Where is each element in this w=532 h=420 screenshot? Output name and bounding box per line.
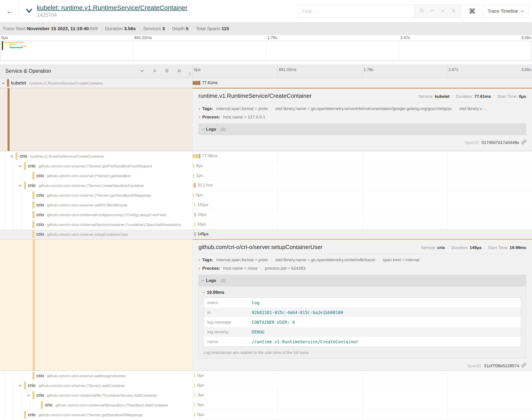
link-icon[interactable] (521, 139, 526, 146)
span-row[interactable]: criogithub.com/cri-o/cri-o/server.addIma… (0, 371, 532, 380)
duration-bar[interactable] (193, 164, 194, 168)
trace-start-label: Trace Start (3, 26, 26, 31)
indent-guide (4, 200, 5, 210)
span-timeline-cell[interactable]: 24μs (193, 210, 532, 220)
span-name-cell[interactable]: crioruntime.v1.RuntimeService/CreateCont… (0, 151, 193, 161)
span-row[interactable]: criogithub.com/cri-o/cri-o/internal/lib.… (0, 390, 532, 400)
expand-all-icon[interactable] (176, 68, 182, 75)
span-timeline-cell[interactable]: 1μs (193, 171, 532, 180)
prev-result-icon[interactable] (429, 8, 435, 15)
duration-bar[interactable] (194, 413, 195, 417)
collapse-all-icon[interactable] (164, 68, 170, 75)
span-name-cell[interactable]: criogithub.com/cri-o/cri-o/server.(*Serv… (0, 180, 193, 190)
kv-pair: otel.library.name = go.opentelemetry.io/… (271, 257, 379, 262)
span-timeline-cell[interactable]: 3μs (193, 390, 532, 400)
log-field-key: id (204, 308, 248, 317)
duration-label: 24μs (198, 212, 206, 217)
view-selector-button[interactable]: Trace Timeline (483, 5, 529, 17)
span-row[interactable]: criogithub.com/cri-o/cri-o/server.(*Serv… (0, 171, 532, 180)
trace-title-link[interactable]: kubelet: runtime.v1.RuntimeService/Creat… (37, 4, 188, 11)
log-entry-accordion[interactable]: › 19.99ms (203, 290, 521, 295)
span-timeline-cell[interactable]: 77.61ms (193, 78, 532, 88)
locate-icon[interactable] (419, 8, 424, 15)
span-name-cell[interactable]: criogithub.com/cri-o/cri-o/server.addIma… (0, 371, 193, 380)
span-row[interactable]: criogithub.com/cri-o/cri-o/server.(*Serv… (0, 180, 532, 190)
process-accordion[interactable]: › Process: host.name = 127.0.0.1 (198, 115, 526, 120)
span-row[interactable]: criogithub.com/cri-o/cri-o/internal/lib/… (0, 400, 532, 410)
span-timeline-cell[interactable]: 43μs (193, 220, 532, 229)
span-timeline-cell[interactable]: 6μs (193, 380, 532, 390)
span-row[interactable]: criogithub.com/cri-o/cri-o/server.addOCI… (0, 200, 532, 210)
logs-label: Logs (206, 127, 216, 132)
duration-bar[interactable] (193, 81, 200, 85)
duration-bar[interactable] (193, 174, 194, 178)
duration-bar[interactable] (194, 223, 195, 226)
column-resize-handle[interactable] (189, 72, 191, 76)
span-row[interactable]: criogithub.com/cri-o/cri-o/server.setupC… (0, 229, 532, 239)
span-timeline-cell[interactable]: 0μs (193, 190, 532, 200)
span-row[interactable]: criogithub.com/cri-o/cri-o/internal/conf… (0, 210, 532, 220)
duration-bar[interactable] (195, 213, 195, 217)
duration-bar[interactable] (194, 393, 195, 397)
span-row[interactable]: criogithub.com/cri-o/cri-o/internal/fact… (0, 220, 532, 229)
duration-bar[interactable] (194, 203, 195, 207)
tags-accordion[interactable]: › Tags: internal.span.format = protootel… (198, 106, 526, 111)
span-timeline-cell[interactable]: 77.08ms (193, 151, 532, 161)
span-timeline-cell[interactable]: 20.17ms (193, 180, 532, 190)
duration-bar[interactable] (195, 232, 195, 236)
span-name-cell[interactable]: criogithub.com/cri-o/cri-o/server.(*Serv… (0, 410, 193, 420)
span-timeline-cell[interactable]: 0μs (193, 371, 532, 380)
keyboard-shortcuts-button[interactable]: ⌘ (465, 5, 479, 17)
span-row[interactable]: crioruntime.v1.RuntimeService/CreateCont… (0, 151, 532, 161)
duration-bar[interactable] (193, 193, 194, 197)
chevron-down-icon[interactable] (18, 164, 22, 169)
chevron-down-icon[interactable] (18, 384, 22, 389)
span-name-cell[interactable]: criogithub.com/cri-o/cri-o/server.setupC… (0, 229, 193, 239)
span-timeline-cell[interactable]: 0μs (193, 400, 532, 410)
span-timeline-cell[interactable]: 149μs (193, 229, 532, 239)
span-name-cell[interactable]: criogithub.com/cri-o/cri-o/server.(*Serv… (0, 190, 193, 200)
span-name-cell[interactable]: criogithub.com/cri-o/cri-o/server.addOCI… (0, 200, 193, 210)
span-row[interactable]: kubeletruntime.v1.RuntimeService/CreateC… (0, 78, 532, 88)
find-input[interactable] (299, 5, 414, 17)
expand-one-icon[interactable] (152, 68, 157, 75)
chevron-down-icon[interactable] (27, 393, 31, 398)
span-name-cell[interactable]: criogithub.com/cri-o/cri-o/internal/lib.… (0, 390, 193, 400)
link-icon[interactable] (521, 363, 526, 369)
duration-bar[interactable] (194, 383, 195, 387)
logs-accordion[interactable]: › Logs (1) (198, 275, 526, 286)
service-name: crio (36, 222, 44, 227)
duration-bar[interactable] (194, 374, 195, 378)
span-name-cell[interactable]: criogithub.com/cri-o/cri-o/internal/fact… (0, 220, 193, 229)
span-timeline-cell[interactable]: 0μs (193, 410, 532, 420)
clear-search-icon[interactable] (451, 8, 456, 15)
span-name-cell[interactable]: criogithub.com/cri-o/cri-o/internal/lib/… (0, 400, 193, 410)
span-row[interactable]: criogithub.com/cri-o/cri-o/server.(*Serv… (0, 410, 532, 420)
span-timeline-cell[interactable]: 8μs (193, 161, 532, 171)
duration-label: 149μs (198, 232, 208, 236)
span-name-cell[interactable]: criogithub.com/cri-o/cri-o/internal/conf… (0, 210, 193, 220)
span-row[interactable]: criogithub.com/cri-o/cri-o/server.(*Serv… (0, 190, 532, 200)
tags-accordion[interactable]: › Tags: internal.span.format = protootel… (198, 257, 526, 262)
trace-collapse-toggle[interactable] (25, 8, 33, 15)
span-timeline-cell[interactable]: 151μs (193, 200, 532, 210)
back-button[interactable]: ← (0, 0, 19, 22)
next-result-icon[interactable] (440, 8, 446, 15)
collapse-one-icon[interactable] (139, 68, 145, 75)
chevron-down-icon[interactable] (1, 81, 5, 86)
span-name-cell[interactable]: criogithub.com/cri-o/cri-o/server.(*Serv… (0, 161, 193, 171)
span-name-cell[interactable]: criogithub.com/cri-o/cri-o/server.(*Serv… (0, 380, 193, 390)
span-name-cell[interactable]: kubeletruntime.v1.RuntimeService/CreateC… (0, 78, 193, 88)
span-name-cell[interactable]: criogithub.com/cri-o/cri-o/server.(*Serv… (0, 171, 193, 180)
trace-minimap[interactable] (0, 41, 532, 61)
process-accordion[interactable]: › Process: host.name = nixosprocess.pid … (198, 266, 526, 271)
span-labels: kubeletruntime.v1.RuntimeService/CreateC… (0, 80, 103, 86)
duration-bar[interactable] (193, 154, 200, 158)
logs-accordion[interactable]: › Logs (2) (198, 123, 526, 135)
chevron-down-icon[interactable] (18, 184, 22, 189)
top-bar: ← kubelet: runtime.v1.RuntimeService/Cre… (0, 0, 532, 22)
span-row[interactable]: criogithub.com/cri-o/cri-o/server.(*Serv… (0, 380, 532, 390)
duration-bar[interactable] (194, 403, 195, 407)
chevron-down-icon[interactable] (10, 154, 14, 159)
span-row[interactable]: criogithub.com/cri-o/cri-o/server.(*Serv… (0, 161, 532, 171)
